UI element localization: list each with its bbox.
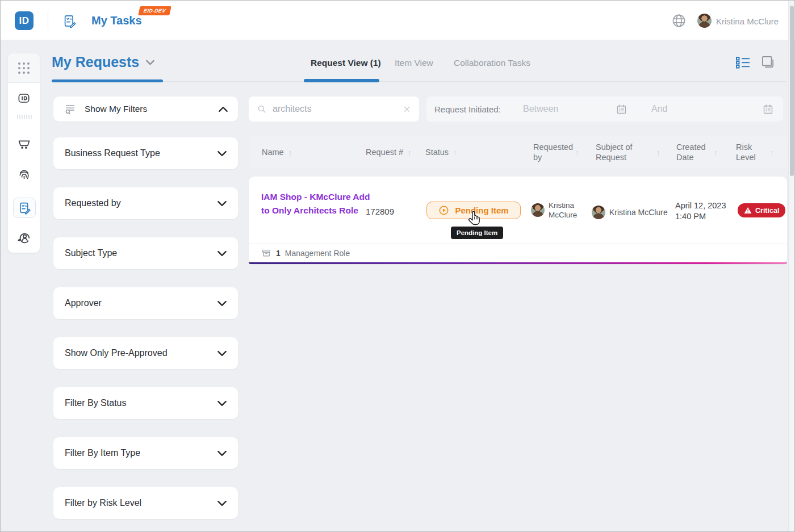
risk-level-badge: Critical: [738, 203, 785, 217]
card-view-button[interactable]: [760, 55, 775, 70]
table-header: Name↑ Request #↑ Status↑ Requested by↑ S…: [249, 136, 787, 169]
show-my-filters-card[interactable]: Show My Filters: [53, 97, 238, 122]
search-icon: [257, 104, 267, 114]
tab-collaboration-tasks[interactable]: Collaboration Tasks: [454, 58, 530, 68]
title-underline: [52, 79, 163, 82]
column-label: Status: [425, 147, 449, 157]
request-row: IAM Shop - KMcClure Add to Only Architec…: [249, 177, 787, 264]
created-date-cell: April 12, 2023 1:40 PM: [675, 200, 726, 222]
tasks-icon: [18, 201, 32, 215]
globe-icon[interactable]: [671, 13, 687, 28]
cart-icon: [16, 136, 32, 152]
chevron-down-icon: [217, 400, 227, 407]
filter-group-approver[interactable]: Approver: [53, 287, 238, 319]
sort-arrow-icon: ↑: [453, 148, 457, 157]
tab-request-view[interactable]: Request View (1): [311, 58, 381, 68]
apps-grid-icon: [18, 62, 30, 74]
subject-name: Kristina McClure: [609, 208, 668, 217]
chevron-down-icon: [217, 450, 227, 456]
date-range-filter: Request Initiated: Between And: [426, 97, 783, 122]
requested-by-avatar: [531, 203, 545, 217]
requested-by-name: Kristina McClure: [549, 200, 588, 220]
filter-group-status[interactable]: Filter By Status: [53, 387, 238, 419]
warning-icon: [744, 207, 752, 214]
filter-group-requested-by[interactable]: Requested by: [53, 187, 238, 219]
items-summary-row[interactable]: 1 Management Role: [249, 244, 787, 262]
chevron-down-icon: [217, 500, 227, 506]
status-tooltip: Pending Item: [451, 227, 503, 239]
list-view-icon: [735, 56, 751, 69]
request-name-link[interactable]: IAM Shop - KMcClure Add to Only Architec…: [261, 190, 370, 217]
app-window: ID My Tasks EID-DEV Kristina McClure: [0, 0, 795, 532]
show-my-filters-label: Show My Filters: [85, 104, 211, 114]
filter-group-label: Filter By Item Type: [65, 448, 217, 458]
app-title: My Tasks: [91, 14, 142, 27]
filters-icon: [64, 103, 77, 116]
filter-group-item-type[interactable]: Filter By Item Type: [53, 437, 238, 469]
column-created-date[interactable]: Created Date↑: [676, 136, 729, 169]
column-label: Name: [262, 147, 284, 157]
app-logo[interactable]: ID: [15, 11, 34, 30]
id-card-icon: [16, 91, 31, 106]
tab-item-view[interactable]: Item View: [395, 58, 433, 68]
filter-group-label: Show Only Pre-Approved: [65, 348, 217, 358]
chevron-down-icon: [217, 300, 227, 307]
column-label: Request #: [366, 147, 403, 157]
column-subject-of-request[interactable]: Subject of Request↑: [596, 136, 670, 169]
environment-badge: EID-DEV: [138, 6, 171, 15]
column-label: Requested by: [533, 142, 571, 162]
items-label: Management Role: [285, 249, 350, 258]
scrollbar-track: [788, 1, 794, 532]
page-title[interactable]: My Requests: [52, 54, 154, 70]
play-icon: [438, 205, 449, 216]
scrollbar-thumb[interactable]: [790, 6, 794, 176]
sort-arrow-icon: ↑: [575, 148, 579, 157]
chevron-down-icon: [217, 250, 227, 257]
filter-group-risk-level[interactable]: Filter by Risk Level: [53, 487, 238, 519]
sort-arrow-icon: ↑: [288, 148, 292, 157]
fingerprint-icon: [16, 167, 32, 182]
sidebar-item-apps[interactable]: [8, 53, 40, 83]
column-requested-by[interactable]: Requested by↑: [533, 136, 583, 169]
sidebar-item-my-tasks[interactable]: [13, 198, 36, 218]
filter-group-label: Filter by Risk Level: [65, 498, 217, 508]
chevron-up-icon: [219, 106, 228, 112]
created-time: 1:40 PM: [675, 211, 726, 222]
column-status[interactable]: Status↑: [425, 136, 457, 169]
sidebar-rail: [7, 53, 40, 253]
search-input[interactable]: [273, 104, 397, 114]
date-to-field[interactable]: And: [637, 97, 783, 122]
date-to-placeholder: And: [637, 104, 762, 114]
risk-level-label: Critical: [755, 207, 779, 215]
created-date: April 12, 2023: [675, 200, 726, 211]
barcode-decoration: [17, 115, 32, 119]
date-filter-label: Request Initiated:: [426, 104, 523, 114]
filter-group-business-request-type[interactable]: Business Request Type: [53, 137, 238, 169]
requested-by-cell: Kristina McClure: [531, 200, 588, 220]
sidebar-item-shop-cart[interactable]: [8, 136, 40, 152]
my-tasks-icon: [62, 14, 77, 29]
date-from-placeholder: Between: [523, 104, 616, 114]
filter-group-pre-approved[interactable]: Show Only Pre-Approved: [53, 337, 238, 369]
chevron-down-icon: [217, 350, 227, 357]
date-from-field[interactable]: Between: [523, 97, 637, 122]
column-label: Risk Level: [736, 142, 758, 162]
top-header: ID My Tasks EID-DEV Kristina McClure: [1, 1, 794, 40]
sidebar-item-id-card[interactable]: [8, 91, 40, 106]
cards-view-icon: [760, 55, 775, 70]
filter-group-subject-type[interactable]: Subject Type: [53, 237, 238, 269]
column-name[interactable]: Name↑: [262, 136, 292, 169]
subject-avatar: [592, 206, 605, 219]
sidebar-item-fingerprint[interactable]: [8, 167, 40, 182]
list-view-button[interactable]: [735, 56, 751, 69]
sidebar-item-delegation[interactable]: [8, 230, 40, 245]
column-request-number[interactable]: Request #↑: [366, 136, 412, 169]
column-label: Subject of Request: [596, 142, 638, 162]
user-avatar[interactable]: [697, 14, 712, 28]
sort-arrow-icon: ↑: [714, 148, 718, 157]
page-title-text: My Requests: [52, 54, 139, 70]
active-tab-underline: [304, 79, 379, 82]
clear-search-icon[interactable]: [403, 105, 411, 114]
column-risk-level[interactable]: Risk Level↑: [736, 136, 781, 169]
filter-group-label: Subject Type: [65, 248, 217, 258]
